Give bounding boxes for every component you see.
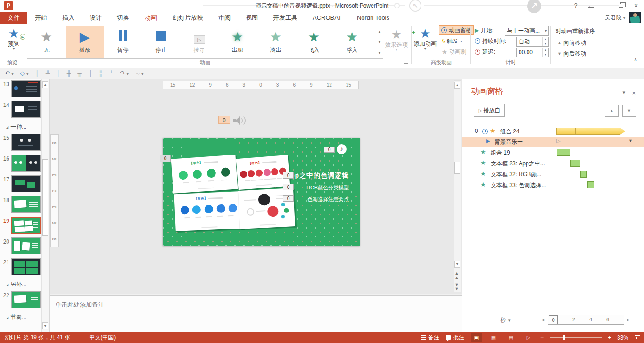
gallery-appear[interactable]: ★ 出现 <box>218 26 256 58</box>
timeline-scale[interactable]: 0 2 4 6 <box>548 315 624 325</box>
timeline-scroll-right-icon[interactable]: ▸ <box>627 317 629 322</box>
align-middle-icon[interactable]: ╧ <box>109 70 114 77</box>
scrollbar-thumb[interactable] <box>42 159 48 236</box>
slide-counter[interactable]: 幻灯片 第 19 张，共 41 张 <box>5 334 70 342</box>
duration-up-icon[interactable]: ▲ <box>543 37 548 42</box>
gallery-none[interactable]: ★ 无 <box>27 26 66 58</box>
trigger-button[interactable]: ϟ 触发 ▾ <box>440 36 464 46</box>
scrollbar-thumb[interactable] <box>454 162 460 174</box>
tab-view[interactable]: 视图 <box>238 12 265 24</box>
pane-close-icon[interactable]: × <box>632 90 636 97</box>
slideshow-view-button[interactable]: ▷ <box>523 333 534 342</box>
redo-button[interactable]: ↷ ▾ <box>120 70 129 77</box>
animation-sequence-badge[interactable]: 0 <box>324 147 335 153</box>
timeline-position-marker[interactable]: 0 <box>549 315 558 324</box>
notes-toggle-button[interactable]: 备注 <box>421 334 439 342</box>
slide-title-text[interactable]: App之中的色调逻辑 <box>255 172 349 180</box>
ribbon-display-options-button[interactable] <box>585 1 597 11</box>
duration-spinner[interactable]: 自动 ▲▼ <box>516 37 549 47</box>
tab-review[interactable]: 审阅 <box>211 12 238 24</box>
slide-sorter-view-button[interactable]: ▦ <box>488 333 499 342</box>
account-name[interactable]: 吴君陵 ▾ <box>605 14 625 22</box>
fit-to-window-icon[interactable] <box>635 335 640 340</box>
shape-tool-button[interactable]: ◇ ▾ <box>20 70 29 77</box>
tab-developer[interactable]: 开发工具 <box>265 12 305 24</box>
animation-pane-button[interactable]: 动画窗格 <box>439 25 474 35</box>
move-earlier-button[interactable]: ▲ 向前移动 <box>555 38 588 48</box>
tab-acrobat[interactable]: ACROBAT <box>305 12 349 24</box>
scroll-up-icon[interactable]: ▲ <box>454 82 460 89</box>
timeline-bar-green[interactable] <box>580 171 587 178</box>
tab-design[interactable]: 设计 <box>82 12 109 24</box>
restore-button[interactable] <box>615 1 627 11</box>
timeline-bar-yellow[interactable] <box>556 128 626 135</box>
align-top-icon[interactable]: ╥ <box>77 70 82 77</box>
align-center-icon[interactable]: ╪ <box>56 70 60 77</box>
scroll-up-icon[interactable]: ▲ <box>42 81 48 88</box>
slide-card-diagram[interactable] <box>238 188 295 229</box>
audio-speaker-icon[interactable] <box>233 115 247 126</box>
gallery-expand-icon[interactable]: ▼ <box>376 48 383 58</box>
gallery-fly-in[interactable]: ★↑ 飞入 <box>295 26 333 58</box>
tab-home[interactable]: 开始 <box>27 12 55 24</box>
gallery-fade[interactable]: ★ 淡出 <box>256 26 295 58</box>
zoom-slider-knob[interactable] <box>563 335 565 340</box>
animation-dialog-launcher-icon[interactable] <box>404 59 408 64</box>
next-slide-button[interactable]: ▼▼ <box>454 283 459 291</box>
zoom-percentage[interactable]: 33% <box>617 335 628 341</box>
zoom-slider[interactable] <box>550 337 602 338</box>
item-dropdown-icon[interactable]: ▼ <box>628 139 633 143</box>
animation-item-group24[interactable]: 0 ★ 组合 24 <box>462 126 644 137</box>
comments-toggle-button[interactable]: 批注 <box>446 334 464 342</box>
gallery-play[interactable]: ▶ 播放 <box>66 26 104 58</box>
timeline-bar-green[interactable] <box>587 181 594 188</box>
reading-view-button[interactable]: ▤ <box>505 333 517 342</box>
slide-card-blue[interactable]: 【蓝色】 <box>174 191 243 231</box>
delay-spinner[interactable]: 00.00 ▲▼ <box>516 48 549 57</box>
move-later-button[interactable]: ▼ 向后移动 <box>555 49 588 58</box>
delay-down-icon[interactable]: ▼ <box>543 53 548 57</box>
start-combobox[interactable]: 与上一动画... ▾ <box>505 26 549 36</box>
play-from-button[interactable]: ▷播放自 <box>474 104 505 117</box>
duration-down-icon[interactable]: ▼ <box>543 42 548 47</box>
close-button[interactable]: × <box>630 1 642 11</box>
notes-area[interactable]: 单击此处添加备注 <box>50 295 462 332</box>
move-down-button[interactable]: ▼ <box>622 105 636 117</box>
animation-sequence-badge[interactable]: 0 <box>283 172 294 179</box>
distribute-horizontal-icon[interactable]: ╫ <box>67 70 71 77</box>
slide-card-green[interactable]: 【绿色】 <box>171 155 238 193</box>
pane-menu-icon[interactable]: ▾ <box>622 90 625 96</box>
slide-subtitle1-text[interactable]: RGB颜色分类模型 <box>255 184 349 191</box>
timeline-bar-green[interactable] <box>557 149 570 156</box>
animation-item-textbox23[interactable]: ★ 文本框 23: App之中... <box>462 158 644 169</box>
undo-button[interactable]: ↶ ▾ <box>5 70 14 77</box>
language-indicator[interactable]: 中文(中国) <box>89 334 116 342</box>
move-up-button[interactable]: ▲ <box>605 105 619 117</box>
minimize-button[interactable]: – <box>600 1 612 11</box>
delay-up-icon[interactable]: ▲ <box>543 48 548 53</box>
timeline-scroll-left-icon[interactable]: ◂ <box>542 317 544 322</box>
animation-sequence-badge[interactable]: 0 <box>283 184 294 190</box>
normal-view-button[interactable]: ▣ <box>471 333 482 342</box>
notes-placeholder[interactable]: 单击此处添加备注 <box>55 301 104 309</box>
tab-insert[interactable]: 插入 <box>55 12 82 24</box>
previous-slide-button[interactable]: ▲▲ <box>454 271 459 280</box>
align-right-icon[interactable]: ╡ <box>88 70 92 77</box>
animation-sequence-badge[interactable]: 0 <box>160 155 171 162</box>
tab-file[interactable]: 文件 <box>0 12 27 24</box>
seconds-dropdown[interactable]: 秒 ▼ <box>500 316 511 324</box>
tab-animations[interactable]: 动画 <box>137 12 165 24</box>
tab-nordri-tools[interactable]: Nordri Tools <box>349 12 397 24</box>
music-note-icon[interactable]: ♪ <box>337 144 347 154</box>
audio-animation-sequence-badge[interactable]: 0 <box>218 116 230 124</box>
distribute-vertical-icon[interactable]: ╬ <box>99 70 103 77</box>
preview-button[interactable]: ★▶ 预览 ▾ <box>4 26 24 51</box>
align-bottom-icon[interactable]: ╨ <box>46 70 50 77</box>
gallery-stop[interactable]: 停止 <box>142 26 180 58</box>
thumbnail-scrollbar[interactable]: ▲ ▼ <box>41 79 49 332</box>
collapse-ribbon-icon[interactable]: ∧ <box>634 57 637 63</box>
help-button[interactable]: ? <box>570 1 582 11</box>
align-left-icon[interactable]: ╞ <box>35 70 39 77</box>
slide-canvas[interactable]: 【绿色】 【红色】 <box>163 138 360 246</box>
zoom-out-button[interactable]: − <box>540 335 544 341</box>
